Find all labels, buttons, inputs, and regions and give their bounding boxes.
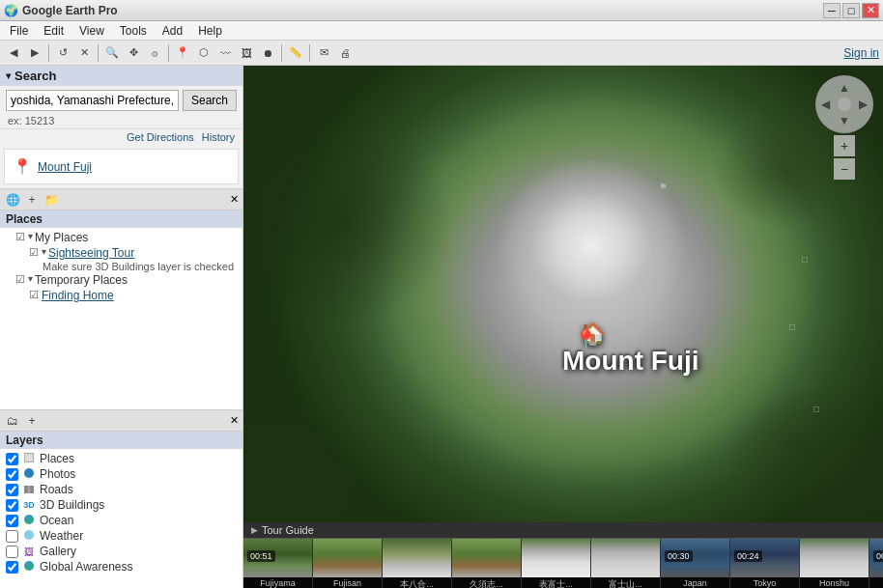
result-label[interactable]: Mount Fuji — [38, 160, 92, 174]
tree-item-sightseeing[interactable]: ☑ ▾ Sightseeing Tour — [0, 245, 242, 261]
menu-tools[interactable]: Tools — [114, 22, 153, 40]
move-icon[interactable]: ✥ — [124, 43, 143, 63]
map-area[interactable]: ⚑ □ □ □ □ 🏠 📍 Mount Fuji ▲ ▼ ▶ ◀ + − — [243, 66, 883, 588]
thumb-omote-label: 表富士... — [522, 577, 590, 588]
reset-icon[interactable]: ↺ — [53, 43, 72, 63]
search-button[interactable]: Search — [183, 90, 237, 111]
thumb-fujisan[interactable]: Fujisan — [313, 539, 383, 588]
checkbox-finding-home[interactable]: ☑ — [29, 289, 39, 301]
thumb-honhachi[interactable]: 本八合... — [383, 539, 452, 588]
path-icon[interactable]: 〰 — [215, 43, 235, 63]
expand-temp-places[interactable]: ▾ — [28, 273, 33, 284]
tilt-icon[interactable]: ⌾ — [145, 43, 164, 63]
sign-in-button[interactable]: Sign in — [843, 46, 879, 60]
forward-icon[interactable]: ▶ — [25, 43, 44, 63]
search-header[interactable]: Search — [0, 66, 242, 86]
layer-weather[interactable]: Weather — [0, 528, 242, 544]
label-sightseeing[interactable]: Sightseeing Tour — [48, 246, 134, 260]
places-globe-icon[interactable]: 🌐 — [4, 191, 21, 209]
layers-header[interactable]: Layers — [0, 432, 242, 449]
nav-west[interactable]: ◀ — [821, 98, 830, 111]
tree-item-finding-home[interactable]: ☑ Finding Home — [0, 288, 242, 303]
minimize-button[interactable]: ─ — [823, 3, 840, 18]
polygon-icon[interactable]: ⬡ — [194, 43, 214, 63]
layer-photos-cb[interactable] — [6, 468, 18, 481]
close-button[interactable]: ✕ — [862, 3, 879, 18]
thumb-chiyoda-img: 00:44 — [869, 539, 883, 577]
checkbox-my-places[interactable]: ☑ — [15, 231, 25, 243]
layer-ocean-cb[interactable] — [6, 515, 18, 527]
stop-icon[interactable]: ✕ — [74, 43, 94, 63]
print-icon[interactable]: 🖨 — [335, 43, 355, 63]
history-link[interactable]: History — [202, 131, 235, 143]
layer-places-cb[interactable] — [6, 453, 18, 465]
back-icon[interactable]: ◀ — [4, 43, 23, 63]
checkbox-sightseeing[interactable]: ☑ — [29, 246, 39, 259]
menu-help[interactable]: Help — [192, 22, 228, 40]
thumb-tokyo[interactable]: 00:24 Tokyo — [730, 539, 800, 588]
nav-ring[interactable]: ▲ ▼ ▶ ◀ — [815, 75, 873, 133]
thumb-kusushi[interactable]: 久須志... — [452, 539, 522, 588]
search-results: 📍 Mount Fuji — [4, 149, 239, 184]
nav-east[interactable]: ▶ — [859, 98, 868, 111]
layer-roads-cb[interactable] — [6, 484, 18, 496]
thumb-honshu[interactable]: Honshu — [800, 539, 869, 588]
zoom-in-icon[interactable]: 🔍 — [102, 43, 122, 63]
thumb-japan-time: 00:30 — [665, 550, 693, 562]
layers-close-icon[interactable]: ✕ — [230, 414, 239, 427]
places-add-icon[interactable]: + — [23, 191, 41, 209]
result-mount-fuji[interactable]: 📍 Mount Fuji — [9, 154, 234, 180]
thumb-fujisan2[interactable]: 富士山... — [591, 539, 661, 588]
label-finding-home[interactable]: Finding Home — [42, 289, 114, 302]
layer-places[interactable]: Places — [0, 451, 242, 466]
places-folder-icon[interactable]: 📁 — [43, 191, 60, 209]
menu-file[interactable]: File — [4, 22, 34, 40]
map-pin[interactable]: 📍 — [574, 328, 598, 351]
layer-gallery-cb[interactable] — [6, 546, 18, 558]
nav-center[interactable] — [838, 98, 851, 111]
nav-south[interactable]: ▼ — [839, 114, 850, 127]
layer-3d-buildings[interactable]: 3D 3D Buildings — [0, 497, 242, 513]
thumb-chiyoda[interactable]: 00:44 Chiyoda — [869, 539, 883, 588]
layer-ocean[interactable]: Ocean — [0, 513, 242, 528]
layer-global-awareness-cb[interactable] — [6, 561, 18, 574]
layer-weather-icon — [22, 530, 36, 542]
expand-my-places[interactable]: ▾ — [28, 231, 33, 241]
places-toolbar: 🌐 + 📁 ✕ — [0, 189, 242, 210]
thumb-fujiyama[interactable]: 00:51 Fujiyama — [243, 539, 313, 588]
thumb-honhachi-label: 本八合... — [383, 577, 451, 588]
places-close-icon[interactable]: ✕ — [230, 193, 239, 206]
search-input[interactable] — [6, 90, 179, 111]
zoom-out-button[interactable]: − — [834, 158, 855, 180]
menu-edit[interactable]: Edit — [38, 22, 70, 40]
tree-item-my-places[interactable]: ☑ ▾ My Places — [0, 230, 242, 245]
get-directions-link[interactable]: Get Directions — [127, 131, 194, 143]
thumb-fujisan-img — [313, 539, 382, 577]
measure-icon[interactable]: 📏 — [286, 43, 305, 63]
menu-view[interactable]: View — [73, 22, 110, 40]
layers-icon[interactable]: 🗂 — [4, 412, 21, 430]
expand-sightseeing[interactable]: ▾ — [42, 246, 46, 257]
layer-global-awareness[interactable]: Global Awareness — [0, 559, 242, 574]
thumb-fujiyama-time: 00:51 — [247, 550, 275, 562]
email-icon[interactable]: ✉ — [314, 43, 333, 63]
record-icon[interactable]: ⏺ — [258, 43, 277, 63]
placemark-icon[interactable]: 📍 — [173, 43, 192, 63]
layer-gallery[interactable]: 🖼 Gallery — [0, 544, 242, 559]
thumb-omote[interactable]: 表富士... — [522, 539, 591, 588]
layer-roads[interactable]: Roads — [0, 482, 242, 497]
layer-photos[interactable]: Photos — [0, 466, 242, 482]
layer-3d-buildings-cb[interactable] — [6, 499, 18, 512]
tree-item-temp-places[interactable]: ☑ ▾ Temporary Places — [0, 272, 242, 288]
zoom-in-button[interactable]: + — [834, 135, 855, 156]
image-icon[interactable]: 🖼 — [237, 43, 256, 63]
checkbox-temp-places[interactable]: ☑ — [15, 273, 25, 286]
tour-guide: Tour Guide 00:51 Fujiyama Fujisan — [243, 522, 883, 588]
maximize-button[interactable]: □ — [842, 3, 860, 18]
menu-add[interactable]: Add — [157, 22, 188, 40]
nav-north[interactable]: ▲ — [839, 81, 850, 95]
layers-add-icon[interactable]: + — [23, 412, 41, 430]
layer-weather-cb[interactable] — [6, 530, 18, 543]
thumb-japan[interactable]: 00:30 Japan — [661, 539, 730, 588]
places-header[interactable]: Places — [0, 210, 242, 228]
